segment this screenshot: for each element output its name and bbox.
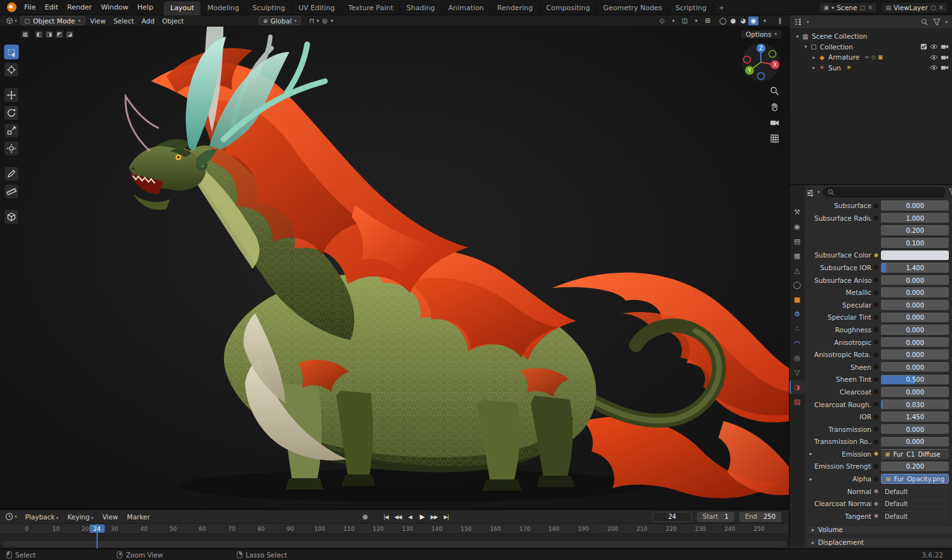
mode-dropdown[interactable]: ▢ Object Mode ▾ [20,16,85,25]
workspace-tab-animation[interactable]: Animation [441,1,490,15]
tool-scale[interactable] [4,123,19,138]
menu-help[interactable]: Help [133,2,157,13]
panel-displacement[interactable]: ▸ Displacement [807,537,952,547]
transport-jump-start-button[interactable]: |◀ [380,512,391,522]
tool-add-cube[interactable] [4,209,19,225]
slider-field[interactable]: 0.200 [881,225,949,235]
select-mode-option-icon-3[interactable]: ◪ [65,30,74,39]
transport-play-reverse-button[interactable]: ◀ [404,512,415,522]
properties-tab-render[interactable]: ◉ [790,220,805,233]
decorator-dot-icon[interactable] [949,440,952,443]
shading-wireframe-icon[interactable]: ◯ [718,16,728,25]
viewport-3d[interactable]: ▾ ▢ Object Mode ▾ ViewSelectAddObject ⊕ … [0,15,789,509]
tool-rotate[interactable] [4,105,19,120]
outliner-item-label[interactable]: Sun [828,64,841,72]
decorator-dot-icon[interactable] [949,241,952,244]
decorator-dot-icon[interactable] [949,303,952,306]
chevron-down-icon[interactable]: ▾ [317,18,319,23]
auto-keying-record-icon[interactable]: ● [360,512,370,522]
outliner-editor-icon[interactable] [794,18,802,26]
transport-next-keyframe-button[interactable]: ▶▶ [428,512,439,522]
properties-tab-physics[interactable]: ◠ [790,337,805,350]
slider-field[interactable]: 0.100 [881,238,949,248]
slider-field[interactable]: 0.000 [881,337,949,348]
blender-logo-icon[interactable] [7,3,17,12]
decorator-dot-icon[interactable] [949,254,952,257]
properties-tab-world[interactable]: ◯ [790,278,805,292]
slider-field[interactable]: 1.450 [881,412,949,422]
transport-jump-end-button[interactable]: ▶| [440,512,451,522]
disclosure-triangle-icon[interactable]: ▾ [802,44,809,49]
properties-tab-modifiers[interactable]: ⚙ [790,308,805,321]
workspace-tab-modeling[interactable]: Modeling [201,1,246,15]
slider-field[interactable]: 0.000 [881,275,949,285]
timeline-editor-icon[interactable] [5,512,13,521]
decorator-dot-icon[interactable] [949,378,952,381]
menu-render[interactable]: Render [63,2,96,13]
tool-move[interactable] [4,88,19,103]
slider-field[interactable]: 1.000 [881,213,949,223]
menu-file[interactable]: File [20,2,40,13]
slider-field[interactable]: 0.000 [881,437,949,447]
chevron-down-icon[interactable]: ▾ [668,16,678,25]
viewport-menu-view[interactable]: View [86,16,110,25]
outliner-row-collection[interactable]: ▾▢Collection [790,42,952,53]
workspace-tab-layout[interactable]: Layout [164,1,200,15]
show-gizmo-icon[interactable]: ◇ [657,16,667,25]
decorator-dot-icon[interactable] [949,365,952,368]
decorator-dot-icon[interactable] [949,427,952,431]
timeline-ruler[interactable]: 0102030405060708090100110120130140150160… [0,524,789,534]
chevron-down-icon[interactable]: ▾ [760,16,770,25]
navigation-gizmo[interactable]: Z X Y [741,42,781,82]
frame-start-field[interactable]: Start 1 [697,512,734,522]
eye-icon[interactable] [930,44,938,49]
pan-hand-icon[interactable] [769,101,780,112]
slider-field[interactable]: 1.400 [881,263,949,273]
gizmo-y-label[interactable]: Y [748,68,751,74]
options-button[interactable]: Options ▾ [740,29,783,39]
close-icon[interactable]: × [868,4,873,11]
select-mode-option-icon-2[interactable]: ◩ [55,30,64,39]
slider-field[interactable]: 0.000 [881,287,949,297]
toggle-xray-icon[interactable]: ⊞ [703,16,713,25]
slider-field[interactable]: 0.000 [881,362,949,372]
eye-icon[interactable] [930,65,938,70]
slider-field[interactable]: 0.500 [881,375,949,385]
decorator-dot-icon[interactable] [949,341,952,344]
workspace-tab-rendering[interactable]: Rendering [490,1,539,15]
outliner-row-scene-collection[interactable]: ▾▥Scene Collection [790,31,952,42]
outliner-row-armature[interactable]: ▸◆Armature≈◇▣ [790,52,952,63]
new-scene-icon[interactable]: ▢ [859,4,865,11]
slider-field[interactable]: 0.000 [881,200,949,211]
timeline-menu-playback[interactable]: Playback ▾ [21,512,63,521]
decorator-dot-icon[interactable] [949,291,952,294]
transform-orientation-dropdown[interactable]: ⊕ Global ▾ [259,16,301,25]
decorator-dot-icon[interactable] [949,266,952,269]
zoom-icon[interactable] [769,85,780,96]
default-field[interactable]: Default [881,511,949,521]
camera-view-icon[interactable] [769,117,780,128]
default-field[interactable]: Default [881,499,949,509]
texture-field[interactable]: ▣Fur_Opacity.png [881,474,949,484]
outliner-item-label[interactable]: Armature [828,53,859,61]
decorator-dot-icon[interactable] [949,452,952,455]
slider-field[interactable]: 0.000 [881,387,949,397]
tool-cursor[interactable] [4,62,19,77]
workspace-tab-texture-paint[interactable]: Texture Paint [341,1,400,15]
properties-tab-object[interactable]: ■ [790,293,805,306]
select-mode-set-icon[interactable]: ▦ [20,30,30,39]
disclosure-triangle-icon[interactable]: ▾ [794,34,801,39]
slider-field[interactable]: 0.200 [881,462,949,472]
chevron-down-icon[interactable]: ▾ [945,20,948,25]
gizmo-x-label[interactable]: X [773,62,777,68]
properties-tab-tool[interactable]: ⚒ [790,205,805,219]
properties-tab-constraints[interactable]: ◎ [790,351,805,365]
show-overlays-icon[interactable]: ◫ [680,16,690,25]
new-layer-icon[interactable]: ▢ [930,4,936,11]
decorator-dot-icon[interactable] [949,514,952,518]
properties-tab-particles[interactable]: ∴ [790,322,805,335]
default-field[interactable]: Default [881,486,949,497]
properties-tab-object-data[interactable]: ▽ [790,366,805,379]
properties-tab-material[interactable]: ◑ [790,381,805,394]
workspace-tab-geometry-nodes[interactable]: Geometry Nodes [596,1,668,15]
